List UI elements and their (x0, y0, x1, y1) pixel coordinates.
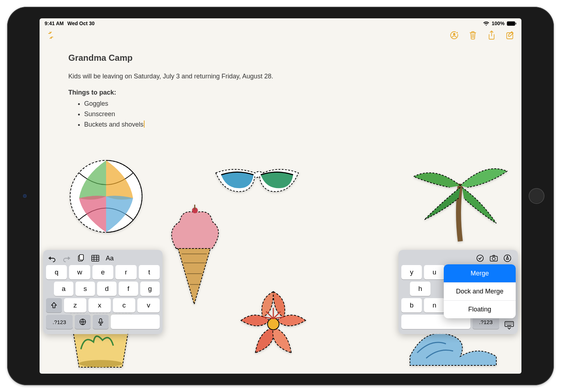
menu-item-floating[interactable]: Floating (444, 300, 516, 318)
key-q[interactable]: q (46, 265, 67, 279)
key-space[interactable] (111, 315, 160, 329)
collapse-fullscreen-button[interactable] (45, 30, 56, 41)
status-bar: 9:41 AM Wed Oct 30 100% (40, 18, 521, 27)
svg-rect-15 (100, 319, 102, 323)
status-date: Wed Oct 30 (67, 20, 95, 26)
ice-cream-drawing (162, 202, 227, 310)
add-collaborator-button[interactable] (449, 30, 460, 41)
note-content[interactable]: Grandma Camp Kids will be leaving on Sat… (40, 44, 521, 129)
camera-icon[interactable] (490, 254, 498, 262)
beach-ball-drawing (65, 155, 147, 238)
key-g[interactable]: g (140, 282, 160, 296)
flower-drawing (219, 277, 327, 371)
compose-button[interactable] (505, 30, 516, 41)
share-button[interactable] (486, 30, 497, 41)
keyboard-row: a s d f g (46, 282, 160, 296)
svg-point-18 (492, 257, 495, 260)
status-time: 9:41 AM (45, 20, 64, 26)
markup-icon[interactable] (503, 254, 511, 262)
checklist-icon[interactable] (476, 254, 484, 262)
wifi-icon (483, 21, 489, 26)
keyboard-row: z x c v (46, 298, 160, 313)
keyboard-mode-menu: Merge Dock and Merge Floating (444, 264, 516, 318)
key-n[interactable]: n (424, 298, 444, 313)
hide-keyboard-icon[interactable] (504, 320, 514, 331)
key-r[interactable]: r (115, 265, 136, 279)
svg-point-16 (477, 255, 483, 261)
svg-point-9 (268, 318, 279, 330)
front-camera (23, 194, 27, 198)
keyboard-toolbar-left: Aa (46, 253, 160, 265)
split-keyboard-right[interactable]: y u h b n .?123 Mer (398, 250, 518, 334)
key-dictation[interactable] (93, 315, 109, 329)
battery-icon (507, 21, 516, 26)
battery-percent: 100% (492, 20, 505, 26)
key-c[interactable]: c (113, 298, 135, 313)
key-t[interactable]: t (139, 265, 160, 279)
svg-point-10 (79, 360, 122, 367)
list-item[interactable]: Goggles (84, 99, 493, 109)
list-item[interactable]: Buckets and shovels (84, 120, 493, 129)
svg-rect-1 (516, 23, 516, 24)
svg-rect-13 (92, 255, 99, 261)
svg-rect-12 (79, 255, 83, 260)
sunglasses-drawing (212, 162, 302, 202)
note-body-line[interactable]: Kids will be leaving on Saturday, July 3… (68, 72, 493, 81)
key-numbers[interactable]: .?123 (46, 315, 73, 329)
menu-item-dock-and-merge[interactable]: Dock and Merge (444, 282, 516, 300)
svg-point-3 (453, 33, 455, 35)
key-e[interactable]: e (92, 265, 113, 279)
key-u[interactable]: u (424, 265, 444, 279)
key-a[interactable]: a (54, 282, 73, 296)
palm-tree-drawing (406, 151, 511, 245)
text-cursor (144, 120, 145, 128)
menu-item-merge[interactable]: Merge (444, 264, 516, 282)
packing-list[interactable]: Goggles Sunscreen Buckets and shovels (68, 99, 493, 129)
key-z[interactable]: z (64, 298, 86, 313)
table-icon[interactable] (91, 254, 99, 262)
key-d[interactable]: d (97, 282, 117, 296)
key-v[interactable]: v (137, 298, 160, 313)
keyboard-toolbar-right (401, 253, 515, 265)
key-x[interactable]: x (88, 298, 111, 313)
key-b[interactable]: b (401, 298, 422, 313)
ipad-frame: 9:41 AM Wed Oct 30 100% (7, 7, 554, 385)
note-title[interactable]: Grandma Camp (68, 51, 493, 64)
note-subheading[interactable]: Things to pack: (68, 88, 493, 97)
redo-icon (63, 254, 70, 262)
navbar (40, 27, 521, 44)
clipboard-icon[interactable] (77, 254, 85, 262)
svg-rect-0 (507, 21, 515, 26)
key-f[interactable]: f (119, 282, 138, 296)
key-globe[interactable] (75, 315, 91, 329)
undo-icon[interactable] (48, 254, 56, 262)
screen: 9:41 AM Wed Oct 30 100% (40, 18, 521, 374)
key-s[interactable]: s (76, 282, 95, 296)
keyboard-row: .?123 (46, 315, 160, 329)
key-shift[interactable] (46, 298, 62, 313)
key-w[interactable]: w (69, 265, 90, 279)
svg-rect-8 (194, 205, 195, 210)
key-y[interactable]: y (401, 265, 422, 279)
list-item[interactable]: Sunscreen (84, 109, 493, 119)
split-keyboard-left[interactable]: Aa q w e r t a s d f g z x c v (43, 250, 163, 334)
keyboard-row: q w e r t (46, 265, 160, 279)
format-icon[interactable]: Aa (106, 254, 114, 262)
home-button[interactable] (529, 188, 544, 204)
delete-button[interactable] (468, 30, 478, 41)
key-h[interactable]: h (410, 282, 430, 296)
